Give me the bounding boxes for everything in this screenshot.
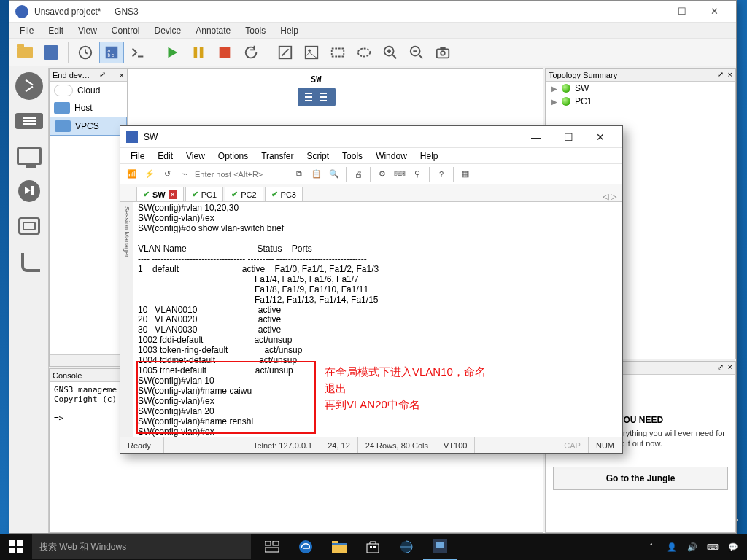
tray-notification-icon[interactable]: 💬 [727,540,740,553]
canvas-switch-icon[interactable] [298,88,336,106]
settings-icon[interactable]: ⚙ [375,167,390,182]
menu-help[interactable]: Help [274,24,304,37]
tray-volume-icon[interactable]: 🔊 [686,540,699,553]
reconnect-icon[interactable]: ↺ [160,167,174,182]
dock-link-icon[interactable] [12,244,46,278]
gns3-titlebar[interactable]: Unsaved project* — GNS3 — ☐ ✕ [9,1,736,23]
copy-icon[interactable]: ⧉ [292,167,306,182]
image-icon[interactable] [299,42,324,63]
console-all-icon[interactable] [125,42,150,63]
tmenu-view[interactable]: View [180,149,211,163]
minimize-button[interactable]: — [520,127,552,147]
store-icon[interactable] [356,534,390,560]
tmenu-options[interactable]: Options [212,149,254,163]
tab-sw[interactable]: ✔SW× [136,187,184,201]
connect-icon[interactable]: 📶 [125,167,139,182]
rect-icon[interactable] [325,42,350,63]
tmenu-script[interactable]: Script [301,149,335,163]
go-to-jungle-button[interactable]: Go to the Jungle [553,467,728,490]
snap-grid-icon[interactable]: ab c [99,42,124,63]
maximize-button[interactable]: ☐ [552,127,584,147]
close-button[interactable]: ✕ [698,1,730,22]
zoom-in-icon[interactable] [378,42,403,63]
menu-edit[interactable]: Edit [42,24,69,37]
menu-control[interactable]: Control [106,24,146,37]
save-icon[interactable] [39,42,63,63]
device-cloud[interactable]: Cloud [50,82,127,99]
host-input[interactable] [195,170,282,179]
topo-node-sw[interactable]: ▶SW [546,82,735,95]
screenshot-icon[interactable] [430,42,455,63]
tab-prev-icon[interactable]: ◁ [603,192,608,201]
play-icon[interactable] [160,42,185,63]
edge-icon[interactable] [289,534,322,560]
dock-all-icon[interactable] [12,209,46,243]
topo-node-pc1[interactable]: ▶PC1 [546,95,735,108]
tmenu-tools[interactable]: Tools [336,149,368,163]
close-tab-icon[interactable]: × [169,190,177,199]
dock-switch-icon[interactable] [12,104,46,138]
keyboard-icon[interactable]: ⌨ [392,167,407,182]
device-host[interactable]: Host [50,99,127,117]
svg-rect-18 [17,540,23,546]
minimize-button[interactable]: — [634,1,666,22]
tab-next-icon[interactable]: ▷ [611,192,616,201]
reload-icon[interactable] [73,42,98,63]
print-icon[interactable]: 🖨 [351,167,365,182]
tmenu-transfer[interactable]: Transfer [255,149,299,163]
undock-icon[interactable]: ⤢ [717,70,724,79]
tray-up-icon[interactable]: ˄ [645,540,658,553]
annotate-icon[interactable] [273,42,298,63]
tray-keyboard-icon[interactable]: ⌨ [706,540,719,553]
undock-icon[interactable]: ⤢ [717,362,724,373]
close-button[interactable]: ✕ [584,127,616,147]
close-panel-icon[interactable]: × [728,362,732,373]
tab-pc1[interactable]: ✔PC1 [185,187,223,201]
task-gns3-icon[interactable] [423,534,457,560]
terminal-titlebar[interactable]: SW — ☐ ✕ [120,126,622,148]
tmenu-edit[interactable]: Edit [152,149,179,163]
tab-pc3[interactable]: ✔PC3 [265,187,303,201]
help-icon[interactable]: ? [434,167,449,182]
dock-pc-icon[interactable] [12,139,46,173]
dock-router-icon[interactable] [12,69,46,103]
menu-view[interactable]: View [72,24,103,37]
ellipse-icon[interactable] [352,42,376,63]
terminal-body[interactable]: SW(config)#vlan 10,20,30 SW(config-vlan)… [133,202,622,437]
status-ready: Ready [120,438,164,453]
find-icon[interactable]: 🔍 [327,167,341,182]
close-panel-icon[interactable]: × [120,71,124,79]
maximize-button[interactable]: ☐ [666,1,698,22]
session-manager-tab[interactable]: Session Manager [120,202,133,437]
session-icon[interactable]: ⚲ [410,167,425,182]
start-button[interactable] [0,534,32,560]
tab-pc2[interactable]: ✔PC2 [225,187,263,201]
menu-device[interactable]: Device [149,24,187,37]
tmenu-file[interactable]: File [125,149,150,163]
device-vpcs[interactable]: VPCS [50,117,127,136]
disconnect-icon[interactable]: ⌁ [177,167,192,182]
tmenu-window[interactable]: Window [370,149,413,163]
undock-icon[interactable]: ⤢ [99,70,106,79]
explorer-icon[interactable] [322,534,356,560]
close-panel-icon[interactable]: × [728,70,732,79]
tmenu-help[interactable]: Help [414,149,444,163]
prefs-icon[interactable]: ▦ [458,167,473,182]
task-view-icon[interactable] [255,534,289,560]
quick-connect-icon[interactable]: ⚡ [142,167,157,182]
menu-tools[interactable]: Tools [239,24,271,37]
scrollbar-x[interactable] [50,354,127,366]
task-browser-icon[interactable] [390,534,423,560]
taskbar-search[interactable]: 搜索 Web 和 Windows [32,534,251,559]
restart-icon[interactable] [239,42,263,63]
zoom-out-icon[interactable] [404,42,429,63]
menu-file[interactable]: File [14,24,39,37]
pause-icon[interactable] [186,42,211,63]
menu-annotate[interactable]: Annotate [190,24,236,37]
stop-icon[interactable] [212,42,237,63]
open-icon[interactable] [12,42,37,63]
check-icon: ✔ [271,190,278,199]
tray-people-icon[interactable]: 👤 [665,540,678,553]
dock-security-icon[interactable] [12,174,46,208]
paste-icon[interactable]: 📋 [309,167,324,182]
